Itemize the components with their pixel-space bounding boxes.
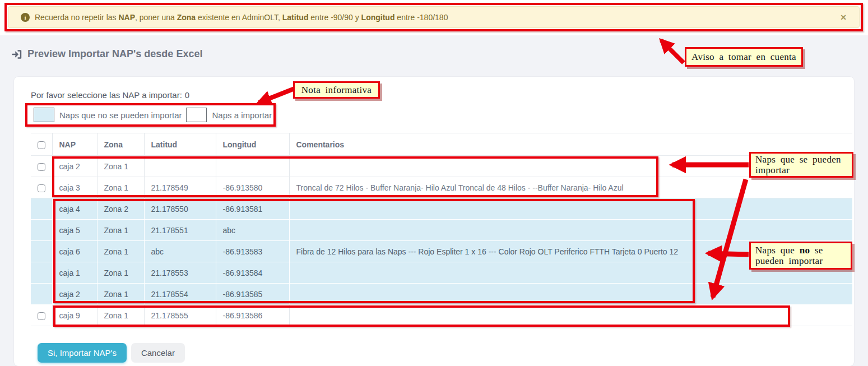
cell-longitud (216, 156, 289, 177)
cell-zona: Zona 1 (97, 177, 144, 198)
cell-latitud: 21.178554 (144, 284, 216, 305)
page-title-label: Preview Importar NAP's desde Excel (27, 48, 202, 60)
cell-latitud: 21.178550 (144, 198, 216, 220)
column-header-longitud: Longitud (216, 133, 289, 156)
cell-comentarios (289, 284, 852, 305)
page-title: Preview Importar NAP's desde Excel (11, 48, 202, 60)
selected-count: 0 (185, 90, 189, 100)
cell-latitud: 21.178555 (144, 305, 216, 326)
cell-latitud: 21.178553 (144, 262, 216, 284)
annotation-aviso: Aviso a tomar en cuenta (685, 47, 803, 67)
legend-label-importable: Naps a importar (212, 110, 272, 120)
cancel-button[interactable]: Cancelar (131, 343, 185, 363)
table-row: caja 3 Zona 1 21.178549 -86.913580 Tronc… (31, 177, 852, 198)
cell-zona: Zona 1 (97, 284, 144, 305)
cell-longitud: -86.913584 (216, 262, 289, 284)
cell-zona: Zona 1 (97, 262, 144, 284)
select-note: Por favor seleccione las NAP a importar:… (31, 90, 189, 100)
cell-nap: caja 5 (52, 220, 97, 241)
select-all-checkbox[interactable] (38, 141, 45, 149)
cell-nap: caja 9 (52, 305, 97, 326)
sign-in-icon (11, 49, 22, 60)
cell-latitud: 21.178549 (144, 177, 216, 198)
table-row: caja 2 Zona 1 (31, 156, 852, 177)
cell-latitud: abc (144, 241, 216, 262)
legend-label-non-importable: Naps que no se pueden importar (59, 110, 182, 120)
cell-nap: caja 6 (52, 241, 97, 262)
annotation-naps-no-importables: Naps que no se pueden importar (749, 242, 852, 270)
cell-comentarios (289, 198, 852, 220)
import-confirm-button[interactable]: Si, Importar NAP's (38, 343, 127, 363)
legend-swatch-importable (186, 108, 207, 122)
cell-zona: Zona 1 (97, 156, 144, 177)
cell-longitud: -86.913585 (216, 284, 289, 305)
table-row-non-importable: caja 4 Zona 2 21.178550 -86.913581 (31, 198, 852, 220)
row-checkbox[interactable] (38, 312, 45, 320)
cell-comentarios (289, 220, 852, 241)
cell-zona: Zona 1 (97, 241, 144, 262)
cell-zona: Zona 1 (97, 305, 144, 326)
annotation-naps-importables: Naps que se pueden importar (749, 152, 853, 178)
cell-comentarios (289, 305, 852, 326)
cell-zona: Zona 1 (97, 220, 144, 241)
alert-annotation-rect (4, 3, 863, 31)
arrow-to-alert (661, 40, 684, 63)
table-row-non-importable: caja 5 Zona 1 21.178551 abc (31, 220, 852, 241)
cell-longitud: -86.913586 (216, 305, 289, 326)
cell-nap: caja 3 (52, 177, 97, 198)
column-header-zona: Zona (97, 133, 144, 156)
cell-nap: caja 2 (52, 284, 97, 305)
cell-longitud: abc (216, 220, 289, 241)
cell-comentarios: Troncal de 72 Hilos - Buffer Naranja- Hi… (289, 177, 852, 198)
legend-swatch-non-importable (34, 108, 54, 122)
row-checkbox[interactable] (38, 163, 45, 171)
row-checkbox[interactable] (38, 184, 45, 192)
action-buttons: Si, Importar NAP's Cancelar (38, 343, 185, 363)
cell-nap: caja 2 (52, 156, 97, 177)
table-row-non-importable: caja 2 Zona 1 21.178554 -86.913585 (31, 284, 852, 305)
table-row-non-importable: caja 1 Zona 1 21.178553 -86.913584 (31, 262, 852, 284)
cell-latitud: 21.178551 (144, 220, 216, 241)
cell-longitud: -86.913581 (216, 198, 289, 220)
row-color-legend: Naps que no se pueden importar Naps a im… (34, 106, 276, 123)
column-header-nap: NAP (52, 133, 97, 156)
cell-nap: caja 4 (52, 198, 97, 220)
table-header-row: NAP Zona Latitud Longitud Comentarios (31, 133, 852, 156)
table-row: caja 9 Zona 1 21.178555 -86.913586 (31, 305, 852, 326)
annotation-nota-informativa: Nota informativa (293, 81, 380, 99)
column-header-latitud: Latitud (144, 133, 216, 156)
cell-longitud: -86.913580 (216, 177, 289, 198)
nap-import-table: NAP Zona Latitud Longitud Comentarios ca… (31, 133, 852, 326)
cell-longitud: -86.913583 (216, 241, 289, 262)
cell-latitud (144, 156, 216, 177)
table-row-non-importable: caja 6 Zona 1 abc -86.913583 Fibra de 12… (31, 241, 852, 262)
cell-zona: Zona 2 (97, 198, 144, 220)
cell-nap: caja 1 (52, 262, 97, 284)
